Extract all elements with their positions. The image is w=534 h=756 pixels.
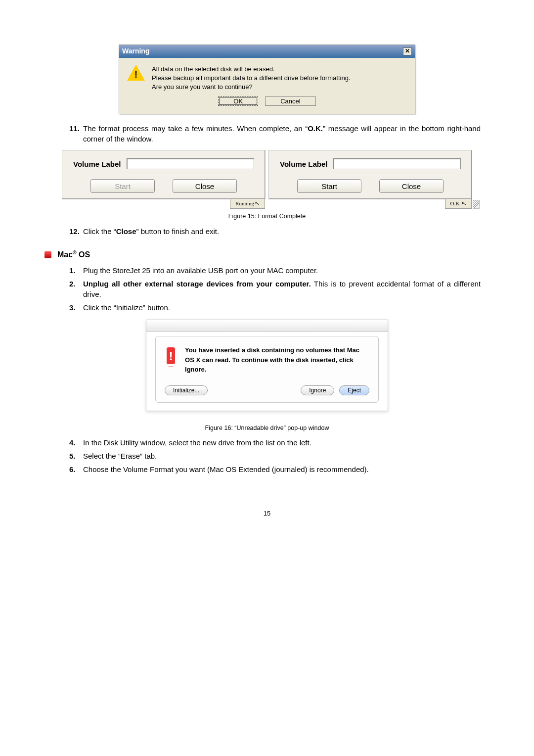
volume-label-input[interactable]: [127, 158, 254, 169]
mac-step-2: 2. Unplug all other external storage dev…: [69, 279, 481, 299]
status-ok: O.K.↖: [445, 198, 472, 209]
cancel-button[interactable]: Cancel: [265, 96, 315, 106]
step-number: 1.: [69, 265, 76, 276]
mac-step-4: 4. In the Disk Utility window, select th…: [69, 437, 481, 448]
step-number: 3.: [69, 302, 76, 313]
warning-line: All data on the selected disk will be er…: [152, 65, 351, 74]
mac-step-6: 6. Choose the Volume Format you want (Ma…: [69, 464, 481, 474]
stop-alert-icon: !: [165, 345, 177, 366]
mac-step-3: 3. Click the “Initialize” button.: [69, 302, 481, 313]
section-header-mac: Mac® OS: [44, 249, 490, 261]
page-number: 15: [44, 509, 490, 518]
ignore-button[interactable]: Ignore: [301, 385, 334, 395]
cursor-icon: ↖: [461, 199, 467, 208]
volume-label-input[interactable]: [333, 158, 461, 169]
start-button[interactable]: Start: [297, 179, 361, 193]
step-number: 6.: [69, 464, 76, 474]
eject-button[interactable]: Eject: [339, 385, 369, 395]
ok-button[interactable]: OK: [218, 96, 258, 106]
mac-step-5: 5. Select the “Erase” tab.: [69, 451, 481, 461]
close-button[interactable]: Close: [379, 179, 444, 193]
warning-message: All data on the selected disk will be er…: [152, 65, 351, 92]
cursor-icon: ↖: [254, 199, 261, 208]
doc-step-11: 11. The format process may take a few mi…: [69, 123, 481, 144]
warning-dialog: Warning ✕ ! All data on the selected dis…: [119, 45, 415, 114]
panel-ok: Volume Label Start Close O.K.↖: [268, 150, 472, 199]
mac-window-titlebar: [146, 320, 388, 332]
mac-dialog-message: You have inserted a disk containing no v…: [185, 345, 369, 375]
warning-line: Are you sure you want to continue?: [152, 83, 351, 92]
figure-15-caption: Figure 15: Format Complete: [44, 212, 490, 221]
start-button: Start: [90, 179, 155, 193]
warning-line: Please backup all important data to a di…: [152, 74, 351, 83]
step-number: 5.: [69, 451, 76, 461]
mac-step-1: 1. Plug the StoreJet 25 into an availabl…: [69, 265, 481, 276]
step-number: 2.: [69, 279, 76, 289]
bullet-icon: [44, 251, 51, 258]
warning-triangle-icon: !: [127, 65, 145, 81]
volume-label-label: Volume Label: [73, 159, 121, 169]
step-number: 4.: [69, 437, 76, 448]
mac-unreadable-dialog: ! You have inserted a disk containing no…: [146, 320, 388, 411]
step-number: 12.: [69, 226, 80, 236]
section-title: Mac® OS: [57, 249, 90, 261]
dialog-titlebar: Warning ✕: [119, 45, 415, 58]
resize-grip-icon: [473, 200, 480, 209]
volume-label-label: Volume Label: [280, 159, 327, 169]
close-button[interactable]: Close: [173, 179, 237, 193]
panel-running: Volume Label Start Close Running↖: [62, 150, 266, 199]
close-icon[interactable]: ✕: [403, 47, 412, 55]
format-panels: Volume Label Start Close Running↖ Volume…: [62, 150, 472, 199]
figure-16-caption: Figure 16: “Unreadable drive” pop-up win…: [44, 424, 490, 433]
step-number: 11.: [69, 123, 80, 134]
status-running: Running↖: [230, 198, 265, 209]
initialize-button[interactable]: Initialize...: [165, 385, 208, 395]
doc-step-12: 12. Click the “Close” button to finish a…: [69, 226, 481, 236]
dialog-title: Warning: [122, 47, 149, 56]
